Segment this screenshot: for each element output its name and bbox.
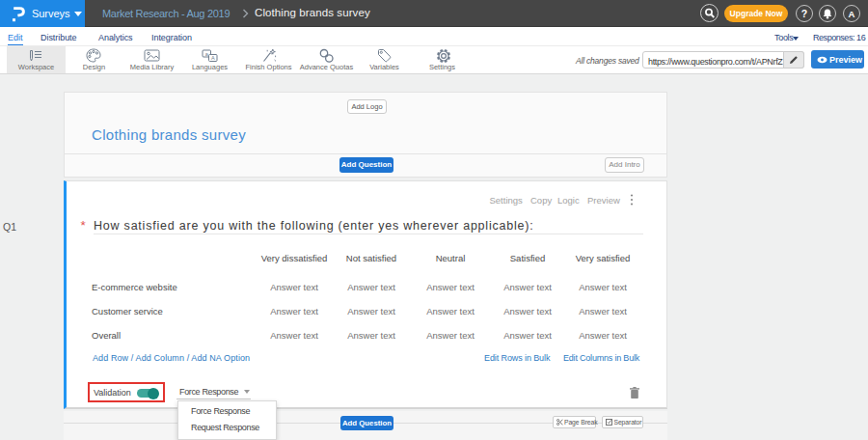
svg-text:A: A [211,55,215,61]
